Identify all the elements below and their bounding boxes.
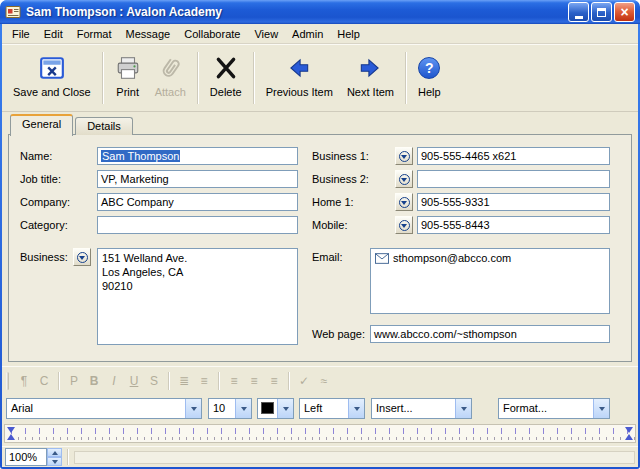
business-address-field[interactable]: 151 Welland Ave. Los Angeles, CA 90210 bbox=[97, 248, 298, 345]
zoom-down-button[interactable] bbox=[47, 457, 62, 466]
email-address: sthompson@abcco.com bbox=[393, 251, 511, 265]
menu-item-format[interactable]: Format bbox=[70, 25, 119, 43]
zoom-value: 100% bbox=[9, 451, 37, 463]
close-icon: × bbox=[620, 5, 628, 19]
indent-marker[interactable] bbox=[7, 434, 15, 440]
margin-marker[interactable] bbox=[625, 427, 633, 433]
insert-combo[interactable]: Insert... bbox=[371, 398, 472, 419]
email-label: Email: bbox=[312, 251, 343, 265]
home1-field[interactable]: 905-555-9331 bbox=[417, 193, 610, 211]
print-button[interactable]: Print bbox=[108, 49, 148, 98]
menubar: File Edit Format Message Collaborate Vie… bbox=[2, 24, 638, 44]
envelope-icon bbox=[375, 253, 389, 264]
titlebar[interactable]: Sam Thompson : Avalon Academy × bbox=[0, 0, 640, 24]
business1-dropdown-button[interactable] bbox=[395, 147, 413, 165]
business-address-dropdown-button[interactable] bbox=[73, 248, 91, 266]
tab-general[interactable]: General bbox=[10, 114, 73, 136]
align-combo[interactable]: Left bbox=[299, 398, 365, 419]
toolbar-separator bbox=[58, 372, 60, 390]
tab-label: General bbox=[22, 118, 61, 130]
zoom-up-button[interactable] bbox=[47, 448, 62, 457]
business1-field[interactable]: 905-555-4465 x621 bbox=[417, 147, 610, 165]
mobile-label: Mobile: bbox=[312, 219, 347, 233]
chevron-down-icon[interactable] bbox=[593, 399, 609, 418]
window-title: Sam Thompson : Avalon Academy bbox=[26, 5, 568, 19]
job-title-field[interactable]: VP, Marketing bbox=[97, 170, 298, 188]
toolbar-button-label: Help bbox=[418, 86, 441, 98]
delete-button[interactable]: Delete bbox=[203, 49, 249, 98]
business2-field[interactable] bbox=[417, 170, 610, 188]
dropdown-arrow-icon bbox=[77, 252, 88, 263]
format-toolbar: ¶ C P B I U S ≣ ≡ ≡ ≡ ≡ ✓ ≈ bbox=[2, 366, 638, 394]
chevron-down-icon[interactable] bbox=[185, 399, 201, 418]
styles-button: C bbox=[34, 371, 54, 391]
minimize-button[interactable] bbox=[568, 2, 589, 22]
horizontal-scrollbar-track bbox=[74, 451, 635, 464]
name-label: Name: bbox=[20, 150, 52, 164]
address-line: Los Angeles, CA bbox=[102, 265, 293, 279]
menu-item-help[interactable]: Help bbox=[330, 25, 367, 43]
dropdown-arrow-icon bbox=[399, 197, 410, 208]
paragraph-marks-button: ¶ bbox=[14, 371, 34, 391]
web-page-field[interactable]: www.abcco.com/~sthompson bbox=[370, 325, 610, 343]
format-combo[interactable]: Format... bbox=[498, 398, 610, 419]
text-color-combo[interactable] bbox=[257, 398, 294, 419]
indent-marker[interactable] bbox=[7, 427, 15, 433]
font-combo[interactable]: Arial bbox=[6, 398, 202, 419]
menu-item-edit[interactable]: Edit bbox=[37, 25, 70, 43]
arrow-left-icon bbox=[286, 52, 312, 84]
font-size-combo-value: 10 bbox=[209, 399, 235, 418]
font-combo-value: Arial bbox=[7, 399, 185, 418]
toolbar: Save and Close Print bbox=[2, 44, 638, 112]
arrow-right-icon bbox=[357, 52, 383, 84]
close-button[interactable]: × bbox=[614, 2, 635, 22]
home1-dropdown-button[interactable] bbox=[395, 193, 413, 211]
company-field[interactable]: ABC Company bbox=[97, 193, 298, 211]
menu-item-collaborate[interactable]: Collaborate bbox=[177, 25, 247, 43]
margin-marker[interactable] bbox=[625, 434, 633, 440]
align-left-button: ≡ bbox=[224, 371, 244, 391]
menu-item-view[interactable]: View bbox=[247, 25, 285, 43]
save-and-close-button[interactable]: Save and Close bbox=[6, 49, 98, 98]
status-separator bbox=[67, 449, 69, 465]
home1-label: Home 1: bbox=[312, 196, 354, 210]
bold-button: B bbox=[84, 371, 104, 391]
ruler[interactable] bbox=[4, 424, 636, 443]
mobile-field[interactable]: 905-555-8443 bbox=[417, 216, 610, 234]
name-field[interactable]: Sam Thompson bbox=[97, 147, 298, 165]
business-address-label: Business: bbox=[20, 251, 68, 265]
toolbar-separator bbox=[197, 52, 199, 104]
previous-item-button[interactable]: Previous Item bbox=[259, 49, 340, 98]
menu-item-admin[interactable]: Admin bbox=[285, 25, 330, 43]
italic-button: I bbox=[104, 371, 124, 391]
attach-button: Attach bbox=[148, 49, 193, 98]
chevron-down-icon[interactable] bbox=[277, 399, 293, 418]
help-button[interactable]: ? Help bbox=[411, 49, 448, 98]
toolbar-button-label: Delete bbox=[210, 86, 242, 98]
font-size-combo[interactable]: 10 bbox=[208, 398, 252, 419]
chevron-down-icon[interactable] bbox=[455, 399, 471, 418]
delete-icon bbox=[213, 52, 239, 84]
email-field[interactable]: sthompson@abcco.com bbox=[370, 248, 610, 314]
toolbar-separator bbox=[405, 52, 407, 104]
next-item-button[interactable]: Next Item bbox=[340, 49, 401, 98]
window-icon[interactable] bbox=[5, 4, 21, 20]
business1-label: Business 1: bbox=[312, 150, 369, 164]
tab-details[interactable]: Details bbox=[75, 117, 133, 135]
chevron-down-icon[interactable] bbox=[235, 399, 251, 418]
tab-label: Details bbox=[87, 120, 121, 132]
chevron-down-icon[interactable] bbox=[348, 399, 364, 418]
align-right-button: ≡ bbox=[264, 371, 284, 391]
category-field[interactable] bbox=[97, 216, 298, 234]
web-page-label: Web page: bbox=[312, 328, 365, 342]
strikethrough-button: S bbox=[144, 371, 164, 391]
toolbar-separator bbox=[253, 52, 255, 104]
toolbar-grip[interactable] bbox=[6, 372, 9, 390]
zoom-control[interactable]: 100% bbox=[5, 448, 47, 466]
spelling-button: ✓ bbox=[294, 371, 314, 391]
menu-item-message[interactable]: Message bbox=[119, 25, 178, 43]
mobile-dropdown-button[interactable] bbox=[395, 216, 413, 234]
business2-dropdown-button[interactable] bbox=[395, 170, 413, 188]
maximize-button[interactable] bbox=[591, 2, 612, 22]
menu-item-file[interactable]: File bbox=[5, 25, 37, 43]
